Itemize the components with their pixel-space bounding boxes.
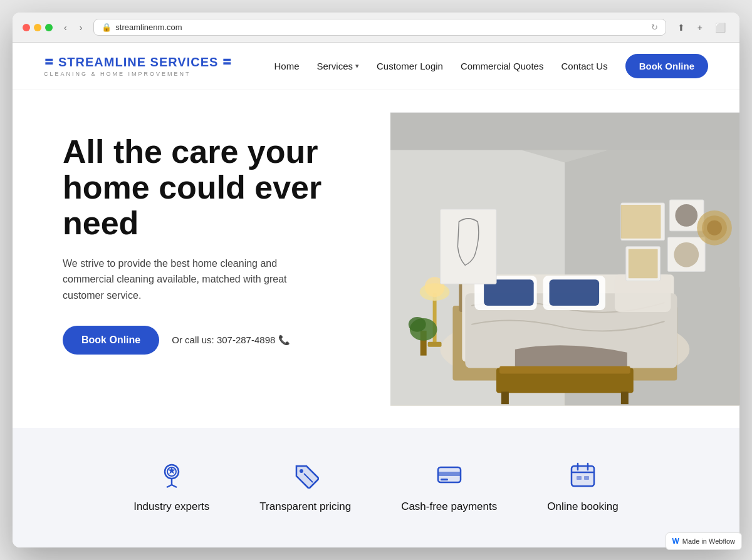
- svg-rect-49: [441, 479, 448, 480]
- features-grid: Industry experts Transparent pricing: [44, 459, 708, 513]
- address-bar[interactable]: 🔒 streamlinenm.com ↻: [93, 19, 666, 36]
- hero-book-online-button[interactable]: Book Online: [63, 326, 159, 355]
- browser-window: ‹ › 🔒 streamlinenm.com ↻ ⬆ + ⬜ 〓 STREAML…: [13, 13, 739, 547]
- svg-point-34: [674, 242, 699, 267]
- nav-commercial-quotes[interactable]: Commercial Quotes: [461, 61, 544, 71]
- svg-point-25: [409, 317, 426, 332]
- svg-line-41: [167, 485, 172, 487]
- close-button[interactable]: [23, 24, 30, 31]
- feature-cash-free-payments: Cash-free payments: [401, 459, 497, 513]
- lock-icon: 🔒: [102, 23, 112, 32]
- features-section: Industry experts Transparent pricing: [13, 428, 739, 547]
- svg-rect-13: [550, 279, 600, 306]
- nav-services[interactable]: Services ▾: [316, 61, 359, 71]
- back-button[interactable]: ‹: [60, 21, 71, 34]
- svg-rect-56: [584, 476, 589, 480]
- feature-online-booking: Online booking: [547, 459, 618, 513]
- svg-rect-55: [577, 476, 582, 480]
- svg-rect-28: [621, 205, 661, 239]
- nav-home[interactable]: Home: [274, 61, 299, 71]
- hero-cta: Book Online Or call us: 307-287-4898 📞: [63, 326, 359, 355]
- svg-rect-16: [499, 366, 630, 374]
- logo-lines-right: 〓: [222, 56, 232, 69]
- hero-subtext: We strive to provide the best home clean…: [63, 256, 313, 304]
- svg-point-30: [676, 204, 698, 227]
- maximize-button[interactable]: [45, 24, 53, 31]
- share-button[interactable]: ⬆: [674, 21, 689, 34]
- tabs-button[interactable]: ⬜: [711, 21, 729, 34]
- svg-rect-26: [441, 209, 496, 284]
- webflow-icon: W: [672, 537, 679, 546]
- nav-book-online-button[interactable]: Book Online: [625, 54, 708, 78]
- svg-marker-4: [390, 113, 739, 150]
- svg-rect-48: [438, 472, 461, 476]
- hero-section: All the care your home could ever need W…: [13, 90, 739, 428]
- card-icon: [434, 459, 465, 490]
- hero-call-text: Or call us: 307-287-4898 📞: [172, 334, 290, 346]
- hero-image: [390, 90, 739, 428]
- feature-transparent-pricing-label: Transparent pricing: [259, 500, 351, 513]
- logo-lines-left: 〓: [44, 56, 55, 69]
- browser-actions: ⬆ + ⬜: [674, 21, 729, 34]
- svg-rect-50: [572, 466, 594, 486]
- svg-point-44: [300, 469, 303, 473]
- browser-controls: ‹ ›: [60, 21, 86, 34]
- svg-rect-22: [428, 342, 442, 347]
- browser-chrome: ‹ › 🔒 streamlinenm.com ↻ ⬆ + ⬜: [13, 13, 739, 43]
- tag-icon: [290, 459, 321, 490]
- svg-line-42: [172, 485, 177, 487]
- hero-heading: All the care your home could ever need: [63, 134, 359, 242]
- logo[interactable]: 〓 STREAMLINE SERVICES 〓: [44, 55, 232, 70]
- webflow-text: Made in Webflow: [682, 537, 735, 545]
- new-tab-button[interactable]: +: [694, 21, 706, 34]
- page-content: 〓 STREAMLINE SERVICES 〓 CLEANING & HOME …: [13, 43, 739, 547]
- forward-button[interactable]: ›: [76, 21, 86, 34]
- feature-transparent-pricing: Transparent pricing: [259, 459, 351, 513]
- svg-rect-18: [621, 391, 629, 404]
- hero-left: All the care your home could ever need W…: [13, 90, 390, 428]
- url-text: streamlinenm.com: [115, 23, 182, 32]
- nav-contact-us[interactable]: Contact Us: [561, 61, 607, 71]
- calendar-icon: [567, 459, 598, 490]
- minimize-button[interactable]: [34, 24, 41, 31]
- svg-rect-17: [501, 391, 509, 404]
- logo-area: 〓 STREAMLINE SERVICES 〓 CLEANING & HOME …: [44, 55, 232, 77]
- feature-cash-free-payments-label: Cash-free payments: [401, 500, 497, 513]
- phone-icon: 📞: [278, 334, 290, 345]
- navbar: 〓 STREAMLINE SERVICES 〓 CLEANING & HOME …: [13, 43, 739, 90]
- logo-name: STREAMLINE SERVICES: [58, 55, 218, 70]
- nav-customer-login[interactable]: Customer Login: [377, 61, 443, 71]
- hero-right: [390, 90, 739, 428]
- feature-online-booking-label: Online booking: [547, 500, 618, 513]
- refresh-icon: ↻: [651, 23, 658, 32]
- nav-links: Home Services ▾ Customer Login Commercia…: [274, 54, 708, 78]
- feature-industry-experts: Industry experts: [133, 459, 209, 513]
- webflow-badge: W Made in Webflow: [666, 532, 740, 547]
- award-icon: [156, 459, 187, 490]
- feature-industry-experts-label: Industry experts: [133, 500, 209, 513]
- svg-point-37: [707, 220, 722, 236]
- traffic-lights: [23, 24, 53, 31]
- svg-rect-32: [629, 249, 658, 279]
- logo-subtitle: CLEANING & HOME IMPROVEMENT: [44, 71, 191, 77]
- chevron-down-icon: ▾: [355, 62, 359, 70]
